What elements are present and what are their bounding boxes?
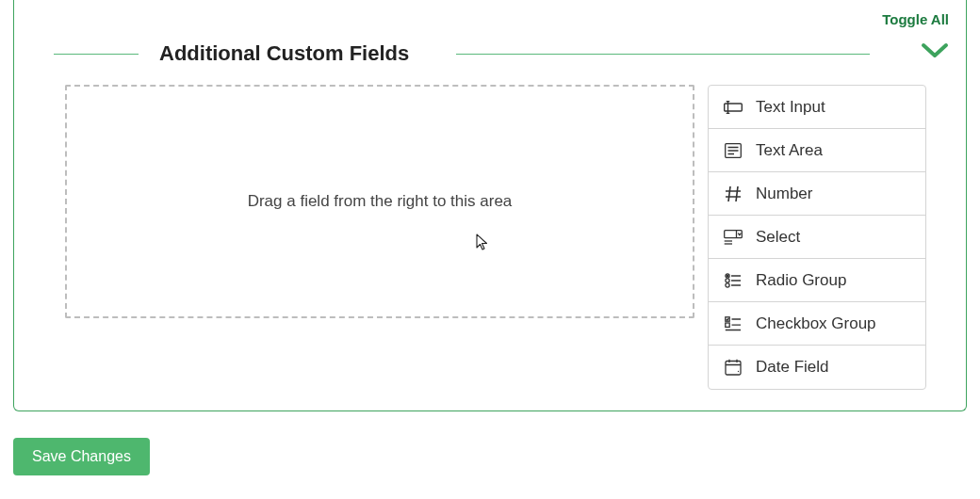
field-drop-area[interactable]: Drag a field from the right to this area xyxy=(65,85,694,318)
field-palette: Text Input Text Area Number Select xyxy=(708,85,926,390)
field-builder-row: Drag a field from the right to this area… xyxy=(14,85,966,390)
radio-group-icon xyxy=(722,271,744,290)
palette-item-label: Text Area xyxy=(756,141,823,160)
palette-item-label: Text Input xyxy=(756,98,825,117)
svg-rect-0 xyxy=(725,104,743,111)
select-icon xyxy=(722,228,744,247)
custom-fields-panel: Toggle All Additional Custom Fields Drag… xyxy=(13,0,967,411)
save-changes-button[interactable]: Save Changes xyxy=(13,438,150,475)
section-heading: Additional Custom Fields xyxy=(14,0,966,85)
palette-item-text-area[interactable]: Text Area xyxy=(709,129,925,172)
svg-rect-28 xyxy=(726,362,741,376)
svg-line-9 xyxy=(736,186,738,201)
svg-rect-25 xyxy=(726,323,729,327)
section-title: Additional Custom Fields xyxy=(159,41,409,66)
palette-item-label: Number xyxy=(756,185,812,203)
svg-point-21 xyxy=(726,282,729,286)
heading-line-right xyxy=(456,54,870,55)
checkbox-group-icon xyxy=(722,314,744,333)
palette-item-label: Checkbox Group xyxy=(756,314,876,333)
palette-item-radio-group[interactable]: Radio Group xyxy=(709,259,925,302)
palette-item-label: Date Field xyxy=(756,358,828,377)
palette-item-checkbox-group[interactable]: Checkbox Group xyxy=(709,302,925,346)
text-area-icon xyxy=(722,141,744,160)
heading-line-left xyxy=(54,54,139,55)
svg-point-17 xyxy=(727,275,728,277)
svg-point-19 xyxy=(726,278,729,282)
palette-item-select[interactable]: Select xyxy=(709,216,925,259)
palette-item-date-field[interactable]: Date Field xyxy=(709,346,925,389)
palette-item-text-input[interactable]: Text Input xyxy=(709,86,925,129)
toggle-all-link[interactable]: Toggle All xyxy=(882,11,949,27)
palette-item-number[interactable]: Number xyxy=(709,172,925,216)
text-input-icon xyxy=(722,98,744,117)
date-field-icon xyxy=(722,358,744,377)
chevron-down-icon[interactable] xyxy=(921,41,949,60)
svg-line-8 xyxy=(728,186,730,201)
number-icon xyxy=(722,185,744,203)
palette-item-label: Select xyxy=(756,228,800,247)
palette-item-label: Radio Group xyxy=(756,271,846,290)
drop-area-placeholder: Drag a field from the right to this area xyxy=(248,192,513,211)
